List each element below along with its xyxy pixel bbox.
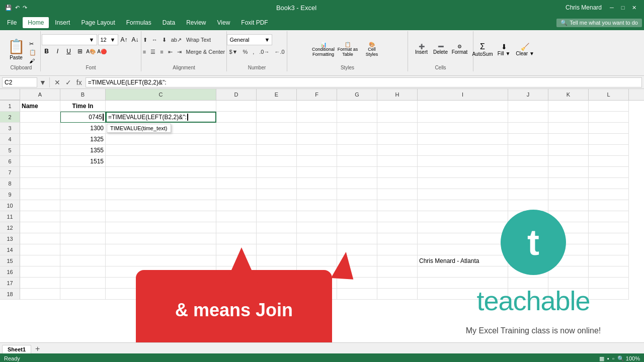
row-header-7[interactable]: 7 xyxy=(0,167,20,178)
cell-d6[interactable] xyxy=(216,156,257,167)
cell-c17[interactable] xyxy=(106,278,216,289)
cell-l11[interactable] xyxy=(589,211,629,222)
cell-l14[interactable] xyxy=(589,244,629,255)
cell-e7[interactable] xyxy=(257,167,297,178)
cell-d1[interactable] xyxy=(216,101,257,112)
copy-button[interactable]: 📋 xyxy=(28,49,37,56)
cell-j13[interactable] xyxy=(508,233,548,244)
cell-j14[interactable] xyxy=(508,244,548,255)
cell-styles-button[interactable]: 🎨 CellStyles xyxy=(361,34,383,64)
format-as-table-button[interactable]: 📋 Format asTable xyxy=(337,34,359,64)
cell-l9[interactable] xyxy=(589,189,629,200)
name-box-arrow[interactable]: ▼ xyxy=(39,78,46,86)
cell-a17[interactable] xyxy=(20,278,60,289)
cell-c10[interactable] xyxy=(106,200,216,211)
cell-b10[interactable] xyxy=(60,200,106,211)
cell-g12[interactable] xyxy=(337,222,377,233)
cell-g3[interactable] xyxy=(337,123,377,134)
cell-h10[interactable] xyxy=(377,200,418,211)
cell-c15[interactable] xyxy=(106,255,216,266)
undo-icon[interactable]: ↶ xyxy=(15,5,20,11)
cell-c2[interactable]: =TIMEVALUE(LEFT(B2,2)&": TIMEVALUE(time_… xyxy=(106,112,216,123)
cell-b1[interactable]: Time In xyxy=(60,101,106,112)
increase-indent-button[interactable]: ⇥ xyxy=(175,46,184,57)
cell-l6[interactable] xyxy=(589,156,629,167)
row-header-4[interactable]: 4 xyxy=(0,134,20,145)
cell-j16[interactable] xyxy=(508,266,548,278)
cell-k5[interactable] xyxy=(548,145,589,156)
cell-l7[interactable] xyxy=(589,167,629,178)
cell-a15[interactable] xyxy=(20,255,60,266)
cell-b18[interactable] xyxy=(60,289,106,300)
cut-button[interactable]: ✂ xyxy=(28,40,37,48)
cell-k18[interactable] xyxy=(548,289,589,300)
cell-b9[interactable] xyxy=(60,189,106,200)
cell-d15[interactable] xyxy=(216,255,257,266)
cell-f8[interactable] xyxy=(297,178,337,189)
cell-k13[interactable] xyxy=(548,233,589,244)
orientation-button[interactable]: ab↗ xyxy=(169,34,184,45)
cell-a5[interactable] xyxy=(20,145,60,156)
cell-b8[interactable] xyxy=(60,178,106,189)
cell-a1[interactable]: Name xyxy=(20,101,60,112)
cell-j5[interactable] xyxy=(508,145,548,156)
font-size-dropdown[interactable]: 12 ▼ xyxy=(98,34,118,45)
cell-a6[interactable] xyxy=(20,156,60,167)
merge-center-button[interactable]: Merge & Center xyxy=(184,46,227,57)
wrap-text-button[interactable]: Wrap Text xyxy=(184,34,213,45)
cell-d16[interactable] xyxy=(216,266,257,278)
cell-k16[interactable] xyxy=(548,266,589,278)
bold-button[interactable]: B xyxy=(42,46,52,56)
cell-k6[interactable] xyxy=(548,156,589,167)
row-header-6[interactable]: 6 xyxy=(0,156,20,167)
cell-b12[interactable] xyxy=(60,222,106,233)
cell-l16[interactable] xyxy=(589,266,629,278)
cell-g1[interactable] xyxy=(337,101,377,112)
cell-g4[interactable] xyxy=(337,134,377,145)
cell-c11[interactable] xyxy=(106,211,216,222)
cell-b7[interactable] xyxy=(60,167,106,178)
cell-e9[interactable] xyxy=(257,189,297,200)
cell-k3[interactable] xyxy=(548,123,589,134)
cell-f6[interactable] xyxy=(297,156,337,167)
menu-formulas[interactable]: Formulas xyxy=(121,17,156,28)
save-icon[interactable]: 💾 xyxy=(5,5,12,11)
cell-j10[interactable] xyxy=(508,200,548,211)
cell-c6[interactable] xyxy=(106,156,216,167)
cell-l8[interactable] xyxy=(589,178,629,189)
align-middle-button[interactable]: ↔ xyxy=(150,34,159,45)
cell-l4[interactable] xyxy=(589,134,629,145)
cell-j2[interactable] xyxy=(508,112,548,123)
cell-l17[interactable] xyxy=(589,278,629,289)
menu-insert[interactable]: Insert xyxy=(50,17,75,28)
cell-e5[interactable] xyxy=(257,145,297,156)
row-header-1[interactable]: 1 xyxy=(0,101,20,112)
row-header-17[interactable]: 17 xyxy=(0,278,20,289)
cell-i11[interactable] xyxy=(418,211,508,222)
decrease-indent-button[interactable]: ⇤ xyxy=(166,46,175,57)
comma-button[interactable]: , xyxy=(251,46,256,57)
cell-a7[interactable] xyxy=(20,167,60,178)
cell-h14[interactable] xyxy=(377,244,418,255)
cell-i14[interactable] xyxy=(418,244,508,255)
cell-b15[interactable] xyxy=(60,255,106,266)
cell-c9[interactable] xyxy=(106,189,216,200)
row-header-2[interactable]: 2 xyxy=(0,112,20,123)
cell-g16[interactable] xyxy=(337,266,377,278)
cell-h1[interactable] xyxy=(377,101,418,112)
cell-k1[interactable] xyxy=(548,101,589,112)
decrease-font-button[interactable]: A↓ xyxy=(130,35,140,45)
format-painter-button[interactable]: 🖌 xyxy=(28,57,37,64)
cell-e10[interactable] xyxy=(257,200,297,211)
italic-button[interactable]: I xyxy=(53,46,63,56)
cell-h13[interactable] xyxy=(377,233,418,244)
cell-l13[interactable] xyxy=(589,233,629,244)
paste-button[interactable]: 📋 Paste xyxy=(5,34,27,64)
cell-k11[interactable] xyxy=(548,211,589,222)
cell-e18[interactable] xyxy=(257,289,297,300)
cell-k12[interactable] xyxy=(548,222,589,233)
cell-k8[interactable] xyxy=(548,178,589,189)
cell-k17[interactable] xyxy=(548,278,589,289)
row-header-16[interactable]: 16 xyxy=(0,266,20,278)
cell-j1[interactable] xyxy=(508,101,548,112)
